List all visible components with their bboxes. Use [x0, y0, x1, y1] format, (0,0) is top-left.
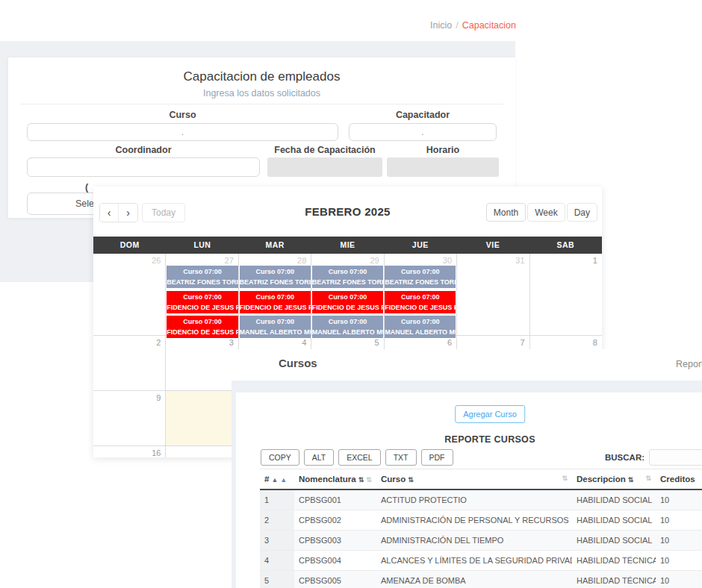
event-person: FIDENCIO DE JESUS PI [240, 302, 311, 313]
day-number: 9 [156, 393, 161, 402]
reporte-cursos-title: REPORTE CURSOS [236, 434, 702, 445]
breadcrumb-inicio[interactable]: Inicio [430, 20, 452, 31]
column-header-curso[interactable]: Curso⇅⇅ [376, 469, 572, 490]
event-title: Curso 07:00 [167, 316, 237, 327]
column-header-creditos[interactable]: Creditos [656, 469, 702, 490]
sort-icon: ▲ [280, 476, 287, 484]
calendar-event[interactable]: Curso 07:00MANUEL ALBERTO MU [240, 316, 311, 338]
day-number: 31 [515, 256, 524, 265]
table-cell: ADMINISTRACIÓN DE PERSONAL Y RECURSOS [376, 510, 572, 531]
table-cell: 2 [260, 510, 294, 531]
calendar-day-cell[interactable]: 9 [93, 391, 166, 445]
table-cell: CPBSG002 [294, 510, 376, 531]
sort-icon: ⇅ [366, 476, 372, 484]
coordinador-input[interactable] [27, 157, 260, 177]
fecha-capacitacion-input[interactable] [267, 157, 382, 177]
calendar-event[interactable]: Curso 07:00BEATRIZ FONES TORIB [167, 266, 237, 288]
export-excel-button[interactable]: EXCEL [338, 449, 380, 466]
table-cell: 10 [656, 571, 702, 588]
calendar-view-day[interactable]: Day [567, 203, 597, 222]
sort-icon: ⇅ [408, 476, 414, 484]
courses-table: #▲▲Nomenclatura⇅⇅Curso⇅⇅Descripcion⇅⇅Cre… [260, 469, 702, 588]
table-cell: AMENAZA DE BOMBA [376, 571, 572, 588]
calendar-view-month[interactable]: Month [486, 203, 526, 222]
table-cell: 1 [260, 490, 294, 510]
calendar-event[interactable]: Curso 07:00FIDENCIO DE JESUS PI [312, 291, 383, 313]
calendar-day-cell[interactable]: 2 [93, 336, 166, 390]
calendar-event[interactable]: Curso 07:00FIDENCIO DE JESUS PI [240, 291, 311, 313]
curso-input[interactable] [27, 123, 338, 141]
day-number: 3 [229, 338, 234, 347]
day-number: 6 [447, 338, 452, 347]
column-label: Nomenclatura [299, 475, 356, 484]
calendar-event[interactable]: Curso 07:00BEATRIZ FONES TORIB [240, 266, 311, 288]
calendar-day-header-row: DOMLUNMARMIEJUEVIESAB [93, 237, 602, 254]
event-title: Curso 07:00 [167, 292, 237, 302]
table-cell: ALCANCES Y LÍMITES DE LA SEGURIDAD PRIVA… [376, 551, 572, 571]
column-label: Curso [381, 475, 406, 484]
day-number: 30 [443, 256, 452, 265]
table-cell: ADMINISTRACIÓN DEL TIEMPO [376, 531, 572, 551]
day-number: 27 [225, 256, 234, 265]
calendar-day-cell[interactable]: 31 [457, 254, 529, 335]
buscar-input[interactable] [649, 449, 702, 466]
calendar-event[interactable]: Curso 07:00MANUEL ALBERTO MU [312, 316, 383, 338]
divider [20, 104, 503, 104]
sort-icon: ▲ [271, 476, 278, 484]
calendar-event[interactable]: Curso 07:00FIDENCIO DE JESUS PI [385, 291, 456, 313]
event-person: MANUEL ALBERTO MU [240, 327, 311, 337]
event-person: FIDENCIO DE JESUS PI [167, 302, 237, 313]
day-number: 7 [520, 338, 524, 347]
reportes-link[interactable]: Reporte [676, 359, 702, 369]
calendar-event[interactable]: Curso 07:00FIDENCIO DE JESUS PI [167, 316, 237, 338]
table-cell: CPBSG003 [294, 531, 376, 551]
export-pdf-button[interactable]: PDF [421, 449, 453, 466]
column-header-num[interactable]: #▲▲ [260, 469, 294, 490]
capacitador-input[interactable] [349, 123, 497, 141]
sort-icon: ⇅ [628, 476, 634, 484]
calendar-day-cell[interactable]: 26 [93, 254, 166, 335]
calendar-day-cell[interactable]: 16 [93, 446, 166, 457]
buscar-wrap: BUSCAR: [605, 449, 702, 466]
calendar-day-cell[interactable]: 1 [530, 254, 602, 335]
column-header-descripcion[interactable]: Descripcion⇅⇅ [572, 469, 656, 490]
calendar-event[interactable]: Curso 07:00BEATRIZ FONES TORIB [385, 266, 456, 288]
table-cell: 10 [656, 510, 702, 531]
day-header-mie: MIE [311, 237, 384, 254]
curso-label: Curso [27, 110, 338, 120]
event-person: FIDENCIO DE JESUS PI [312, 302, 383, 313]
table-cell: HABILIDAD TÉCNICA [572, 571, 656, 588]
export-txt-button[interactable]: TXT [385, 449, 417, 466]
table-cell: 10 [656, 531, 702, 551]
calendar-view-week[interactable]: Week [527, 203, 565, 222]
event-title: Curso 07:00 [312, 266, 383, 277]
calendar-today-cell[interactable] [166, 391, 238, 445]
reporte-cursos-card: Agregar Curso REPORTE CURSOS COPYALTEXCE… [236, 392, 702, 588]
breadcrumb: Inicio/Capacitacion [430, 20, 516, 31]
table-header-row: #▲▲Nomenclatura⇅⇅Curso⇅⇅Descripcion⇅⇅Cre… [260, 469, 702, 490]
event-person: FIDENCIO DE JESUS PI [385, 302, 456, 313]
export-copy-button[interactable]: COPY [261, 449, 299, 466]
day-number: 4 [302, 338, 306, 347]
sort-icon: ⇅ [358, 476, 364, 484]
table-cell: ACTITUD PROTECTIO [376, 490, 572, 510]
cursos-section: Cursos Reporte Agregar Curso REPORTE CUR… [232, 349, 702, 588]
agregar-curso-button[interactable]: Agregar Curso [455, 405, 525, 423]
event-person: BEATRIZ FONES TORIB [167, 277, 237, 287]
calendar-day-cell[interactable] [166, 446, 238, 457]
form-title: Capacitacion de empleados [8, 69, 515, 84]
table-row: 3CPBSG003ADMINISTRACIÓN DEL TIEMPOHABILI… [260, 531, 702, 551]
calendar-day-cell[interactable]: 3 [166, 336, 238, 390]
day-number: 29 [370, 256, 379, 265]
export-alt-button[interactable]: ALT [304, 449, 334, 466]
cursos-gray-container: Agregar Curso REPORTE CURSOS COPYALTEXCE… [232, 381, 702, 588]
horario-input[interactable] [387, 157, 499, 177]
day-number: 8 [593, 338, 597, 347]
calendar-event[interactable]: Curso 07:00BEATRIZ FONES TORIB [312, 266, 383, 288]
table-cell: HABILIDAD SOCIAL [572, 531, 656, 551]
calendar-event[interactable]: Curso 07:00MANUEL ALBERTO MU [385, 316, 456, 338]
table-row: 2CPBSG002ADMINISTRACIÓN DE PERSONAL Y RE… [260, 510, 702, 531]
column-header-nomenclatura[interactable]: Nomenclatura⇅⇅ [294, 469, 376, 490]
calendar-event[interactable]: Curso 07:00FIDENCIO DE JESUS PI [167, 291, 237, 313]
event-title: Curso 07:00 [312, 316, 383, 327]
